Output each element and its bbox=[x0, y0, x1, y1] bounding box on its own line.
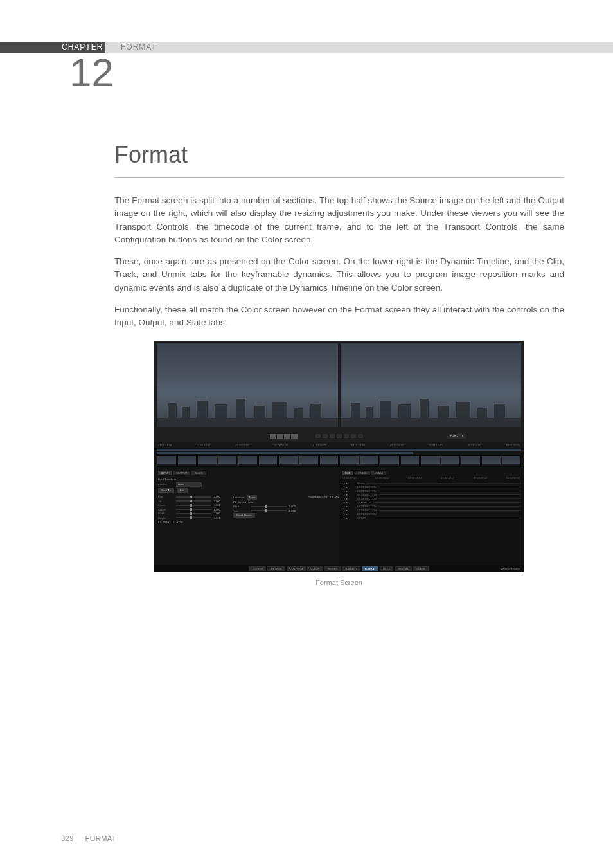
hflip-checkbox[interactable] bbox=[158, 521, 161, 523]
nav-deck[interactable]: DECK bbox=[380, 566, 393, 571]
config-buttons bbox=[270, 434, 298, 439]
clip-thumb[interactable] bbox=[177, 455, 197, 467]
vflip-label: VFlip bbox=[177, 520, 182, 523]
clip-thumbnails bbox=[157, 455, 521, 467]
presets-dropdown[interactable]: None bbox=[176, 482, 202, 487]
dyn-mark: 01:00:49:00 bbox=[474, 476, 487, 480]
nav-gallery[interactable]: GALLERY bbox=[342, 566, 360, 571]
nav-conform[interactable]: CONFORM bbox=[287, 566, 306, 571]
dyn-row-label: 4 CORRECTION bbox=[357, 497, 377, 500]
clip-thumb[interactable] bbox=[299, 455, 319, 467]
chapter-number: 12 bbox=[69, 53, 114, 93]
dyn-row-toggle[interactable]: ▸ ● ■ bbox=[342, 516, 356, 520]
width-label: Width: bbox=[158, 512, 173, 515]
tab-clip[interactable]: CLIP bbox=[342, 471, 354, 475]
dyn-row-toggle[interactable]: ▸ ● ■ bbox=[342, 505, 356, 508]
pan-slider[interactable] bbox=[176, 496, 211, 498]
clip-thumb[interactable] bbox=[238, 455, 258, 467]
clip-thumb[interactable] bbox=[360, 455, 380, 467]
dyn-row-toggle[interactable]: ▸ ● ■ bbox=[342, 489, 356, 493]
letterbox-dropdown[interactable]: None bbox=[247, 495, 258, 500]
nav-revival[interactable]: REVIVAL bbox=[395, 566, 412, 571]
page-footer: 329 FORMAT bbox=[61, 835, 116, 842]
height-slider[interactable] bbox=[176, 517, 211, 518]
clip-thumb[interactable] bbox=[218, 455, 238, 467]
config-btn[interactable] bbox=[277, 434, 283, 439]
config-btn[interactable] bbox=[270, 434, 276, 439]
clip-thumb[interactable] bbox=[197, 455, 217, 467]
dyn-row-toggle[interactable]: ▸ ● ■ bbox=[342, 501, 356, 504]
edit-button[interactable]: Edit bbox=[177, 488, 188, 493]
config-btn[interactable] bbox=[284, 434, 290, 439]
nav-scene[interactable]: SCENE bbox=[413, 566, 429, 571]
clip-thumb[interactable] bbox=[420, 455, 440, 467]
dyn-row-label: 2 CORRECTION bbox=[357, 489, 377, 493]
dynamics-panel: CLIP TRACK UNMIX 01:00:47:19 01:00:48:00… bbox=[339, 468, 524, 565]
pitch-slider[interactable] bbox=[251, 506, 287, 507]
zoom-value: 1.000 bbox=[214, 503, 227, 507]
transport-rew-icon[interactable] bbox=[330, 434, 335, 438]
blanking-label: Source Blanking: bbox=[308, 495, 328, 498]
rotate-label: Rotate: bbox=[158, 508, 173, 511]
blanking-auto-radio[interactable] bbox=[330, 496, 333, 498]
nav-config[interactable]: CONFIG bbox=[249, 566, 266, 571]
dyn-row-toggle[interactable]: ▸ ● ■ bbox=[342, 485, 356, 489]
tab-slate[interactable]: SLATE bbox=[191, 471, 206, 475]
clip-thumb[interactable] bbox=[502, 455, 522, 467]
dyn-row-toggle[interactable]: ▸ ● ■ bbox=[342, 509, 356, 512]
tab-output[interactable]: OUTPUT bbox=[173, 471, 190, 475]
clip-thumb[interactable] bbox=[400, 455, 420, 467]
transport-first-icon[interactable] bbox=[315, 434, 321, 438]
transport-stop-icon[interactable] bbox=[337, 434, 342, 438]
transport-play-icon[interactable] bbox=[344, 434, 349, 438]
transport-prev-icon[interactable] bbox=[323, 434, 328, 438]
transport-next-icon[interactable] bbox=[351, 434, 356, 438]
clip-thumb[interactable] bbox=[319, 455, 339, 467]
vflip-checkbox[interactable] bbox=[172, 521, 174, 523]
nav-format[interactable]: FORMAT bbox=[362, 566, 379, 571]
tab-unmix[interactable]: UNMIX bbox=[371, 471, 386, 475]
clip-thumb[interactable] bbox=[339, 455, 359, 467]
dyn-row-toggle[interactable]: ▸ ● ■ bbox=[342, 493, 356, 496]
dyn-mark: 01:00:48:00 bbox=[375, 476, 389, 480]
clip-thumb[interactable] bbox=[157, 455, 177, 467]
clip-thumb[interactable] bbox=[441, 455, 461, 467]
scaledown-checkbox[interactable] bbox=[233, 501, 236, 503]
track-area bbox=[154, 448, 524, 468]
yaw-slider[interactable] bbox=[251, 510, 287, 511]
dyn-master-label: Master bbox=[357, 482, 365, 485]
paragraph-3: Functionally, these all match the Color … bbox=[114, 303, 564, 330]
clip-thumb[interactable] bbox=[258, 455, 278, 467]
scaledown-label: Scaled Down bbox=[238, 501, 254, 504]
clip-thumb[interactable] bbox=[380, 455, 400, 467]
nav-color[interactable]: COLOR bbox=[307, 566, 323, 571]
save-as-button[interactable]: Save As bbox=[158, 488, 174, 493]
dyn-row-label: 6 CORRECTION bbox=[357, 505, 377, 508]
height-label: Height: bbox=[158, 516, 173, 520]
ruler-mark: 01:01:08:00 bbox=[390, 444, 404, 447]
clip-thumb[interactable] bbox=[278, 455, 298, 467]
dyn-mark: 01:00:50:00 bbox=[506, 476, 520, 480]
width-slider[interactable] bbox=[176, 513, 211, 514]
ruler-mark: 01:01:20:00 bbox=[506, 444, 520, 447]
footer-label: FORMAT bbox=[85, 835, 116, 842]
dyn-row-toggle[interactable]: ▸ ● ■ bbox=[342, 482, 356, 485]
config-btn[interactable] bbox=[291, 434, 298, 439]
lower-panels: INPUT OUTPUT SLATE Input Transform Prese… bbox=[154, 468, 524, 565]
tilt-slider[interactable] bbox=[176, 500, 211, 502]
nav-browse[interactable]: BROWSE bbox=[267, 566, 285, 571]
clip-thumb[interactable] bbox=[461, 455, 481, 467]
dyn-row-label: 5 PARALLEL bbox=[357, 501, 372, 504]
transport-last-icon[interactable] bbox=[358, 434, 363, 438]
pitch-label: Pitch: bbox=[233, 505, 249, 508]
dyn-row-toggle[interactable]: ▸ ● ■ bbox=[342, 497, 356, 500]
reset-master-button[interactable]: Reset Master bbox=[233, 513, 255, 518]
tab-track[interactable]: TRACK bbox=[355, 471, 370, 475]
zoom-label: Zoom: bbox=[158, 503, 173, 507]
tab-input[interactable]: INPUT bbox=[158, 471, 172, 475]
clip-thumb[interactable] bbox=[481, 455, 501, 467]
zoom-slider[interactable] bbox=[176, 505, 211, 506]
nav-viewer[interactable]: VIEWER bbox=[324, 566, 341, 571]
dyn-row-toggle[interactable]: ▸ ● ■ bbox=[342, 512, 356, 516]
rotate-slider[interactable] bbox=[176, 509, 211, 510]
